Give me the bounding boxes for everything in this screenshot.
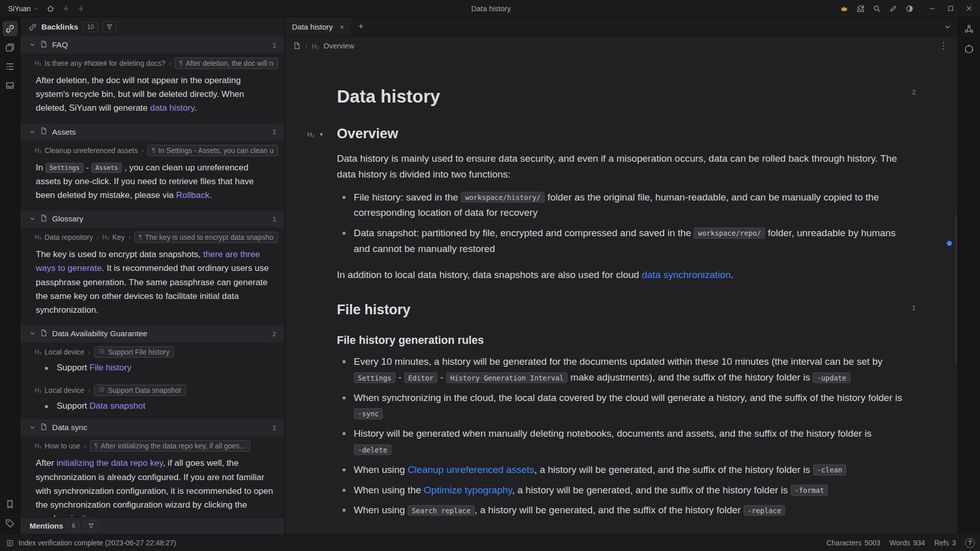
breadcrumb-text: Support Data snapshot — [108, 386, 181, 394]
document-icon[interactable] — [293, 42, 301, 49]
breadcrumb-item[interactable]: ¶After deletion, the doc will not appear… — [175, 58, 278, 69]
paragraph[interactable]: Data history is mainly used to ensure da… — [337, 151, 903, 183]
breadcrumb-item[interactable]: H₂Cleanup unreferenced assets — [35, 146, 138, 155]
ref-count-badge[interactable]: 2 — [912, 88, 916, 96]
inline-link[interactable]: Optimize typography — [424, 485, 512, 495]
breadcrumb-item[interactable]: ¶After initializing the data repo key, i… — [90, 440, 250, 452]
forward-button[interactable] — [74, 2, 88, 15]
text-run: The key is used to encrypt data snapshot… — [36, 249, 203, 259]
app-menu-button[interactable]: SiYuan — [4, 3, 42, 14]
breadcrumb-separator: › — [84, 442, 86, 450]
chevron-down-icon[interactable] — [30, 40, 35, 49]
tab-close-icon[interactable]: × — [340, 23, 344, 31]
breadcrumb-item[interactable]: H₂How to use — [35, 442, 80, 450]
more-options-icon[interactable]: ⋮ — [937, 40, 949, 51]
list-item[interactable]: When synchronizing in the cloud, the loc… — [337, 390, 903, 422]
paragraph[interactable]: In addition to local data history, data … — [337, 267, 903, 283]
help-button[interactable]: ? — [965, 538, 975, 548]
backlink-section-header[interactable]: Glossary1 — [20, 210, 284, 228]
backlink-excerpt[interactable]: In Settings - Assets , you can clean up … — [20, 157, 284, 211]
text-run: After — [36, 458, 57, 468]
minimize-button[interactable] — [923, 2, 941, 16]
breadcrumb-separator: › — [141, 146, 143, 154]
back-button[interactable] — [59, 2, 73, 15]
backlink-excerpt[interactable]: Support File history — [20, 359, 284, 381]
theme-button[interactable] — [902, 2, 917, 15]
collapse-arrow-icon[interactable]: ▼ — [318, 132, 324, 137]
chevron-down-icon[interactable] — [30, 329, 35, 338]
breadcrumb-item[interactable]: Support File history — [94, 346, 175, 358]
dock-graph-button[interactable] — [962, 21, 977, 36]
breadcrumb-item[interactable]: H₂Local device — [35, 386, 84, 394]
new-tab-button[interactable]: + — [351, 17, 371, 36]
dock-inbox-button[interactable] — [3, 78, 18, 93]
heading-gutter[interactable]: H₂▼ — [307, 131, 324, 138]
breadcrumb-item[interactable]: Support Data snapshot — [94, 385, 186, 396]
backlink-excerpt[interactable]: Support Data snapshot — [20, 397, 284, 419]
breadcrumb-item[interactable]: H₃Key — [103, 233, 125, 241]
text-run: , a history will be generated, and the s… — [534, 464, 813, 475]
heading-file-history-generation-rules[interactable]: File history generation rules — [337, 334, 903, 347]
dock-backlinks-button[interactable] — [3, 21, 18, 36]
scroll-position-indicator[interactable] — [947, 241, 952, 246]
block-ref-link[interactable]: Rollback — [176, 190, 209, 200]
heading-file-history[interactable]: File history1 — [337, 302, 903, 318]
list-item[interactable]: When using Cleanup unreferenced assets, … — [337, 462, 903, 478]
list-item[interactable]: When using the Optimize typography, a hi… — [337, 483, 903, 498]
backlink-excerpt[interactable]: After deletion, the doc will not appear … — [20, 70, 284, 123]
backlink-section-header[interactable]: FAQ1 — [20, 36, 284, 54]
backlink-section-header[interactable]: Data sync1 — [20, 419, 284, 436]
dock-bookmark-button[interactable] — [3, 496, 18, 512]
backlink-section: Data sync1H₂How to use›¶After initializi… — [20, 419, 284, 517]
ref-count-badge[interactable]: 1 — [912, 304, 916, 312]
block-ref-link[interactable]: File history — [89, 363, 131, 372]
block-ref-link[interactable]: initializing the data repo key — [57, 458, 163, 468]
breadcrumb-item[interactable]: H₂Data repository — [35, 233, 93, 241]
filter-button[interactable] — [103, 21, 116, 32]
mentions-panel-header[interactable]: Mentions 6 — [20, 517, 284, 534]
heading-overview[interactable]: H₂▼Overview — [337, 126, 903, 142]
plugins-icon — [856, 5, 865, 13]
tab-list-chevron-icon[interactable] — [937, 17, 958, 36]
scrollbar-thumb[interactable] — [955, 214, 957, 362]
backlink-section-header[interactable]: Data Availability Guarantee2 — [20, 325, 284, 342]
text-run: Every 10 minutes, a history will be gene… — [354, 356, 883, 367]
workspace-home-button[interactable] — [43, 2, 58, 15]
dock-global-graph-button[interactable] — [962, 41, 977, 57]
backlink-excerpt[interactable]: The key is used to encrypt data snapshot… — [20, 244, 284, 325]
close-window-button[interactable] — [960, 2, 978, 16]
chevron-down-icon[interactable] — [30, 128, 35, 137]
tab-bar: Data history × + — [285, 17, 958, 37]
dock-tag-button[interactable] — [3, 515, 18, 531]
inline-link[interactable]: data synchronization — [642, 269, 730, 280]
breadcrumb-item[interactable]: H₂Local device — [35, 348, 84, 356]
chevron-down-icon[interactable] — [30, 423, 35, 432]
backlink-section-header[interactable]: Assets1 — [20, 123, 284, 141]
edit-button[interactable] — [886, 2, 900, 15]
breadcrumb-item[interactable]: ¶The key is used to encrypt data snapsho… — [134, 232, 278, 243]
tab-data-history[interactable]: Data history × — [285, 17, 351, 36]
breadcrumb-item[interactable]: H₂Is there any #Note# for deleting docs? — [35, 59, 165, 67]
dock-outline-button[interactable] — [3, 59, 18, 74]
list-item[interactable]: Data snapshot: partitioned by file, encr… — [337, 226, 903, 257]
block-ref-link[interactable]: data history — [150, 103, 194, 113]
mentions-filter-button[interactable] — [84, 520, 98, 531]
list-item[interactable]: File history: saved in the workspace/his… — [337, 190, 903, 221]
doc-title[interactable]: Data history2 — [337, 86, 903, 107]
inline-link[interactable]: Cleanup unreferenced assets — [408, 464, 534, 475]
breadcrumb-item[interactable]: ¶In Settings - Assets, you can clean up … — [148, 145, 278, 156]
list-item[interactable]: History will be generated when manually … — [337, 426, 903, 458]
breadcrumb-separator: › — [96, 234, 99, 241]
backlink-excerpt[interactable]: After initializing the data repo key, if… — [20, 453, 284, 517]
block-ref-link[interactable]: Data snapshot — [89, 401, 145, 411]
list-item[interactable]: When using Search replace, a history wil… — [337, 503, 903, 518]
maximize-button[interactable] — [941, 2, 960, 16]
vip-crown-button[interactable] — [837, 2, 851, 15]
search-button[interactable] — [870, 2, 884, 15]
breadcrumb-item-overview[interactable]: H₂ Overview — [312, 42, 354, 50]
chevron-down-icon[interactable] — [30, 214, 35, 223]
list-item[interactable]: Every 10 minutes, a history will be gene… — [337, 354, 903, 386]
plugins-button[interactable] — [853, 2, 868, 15]
dock-flashcards-button[interactable] — [3, 40, 18, 55]
text-run: When synchronizing in the cloud, the loc… — [354, 392, 902, 403]
